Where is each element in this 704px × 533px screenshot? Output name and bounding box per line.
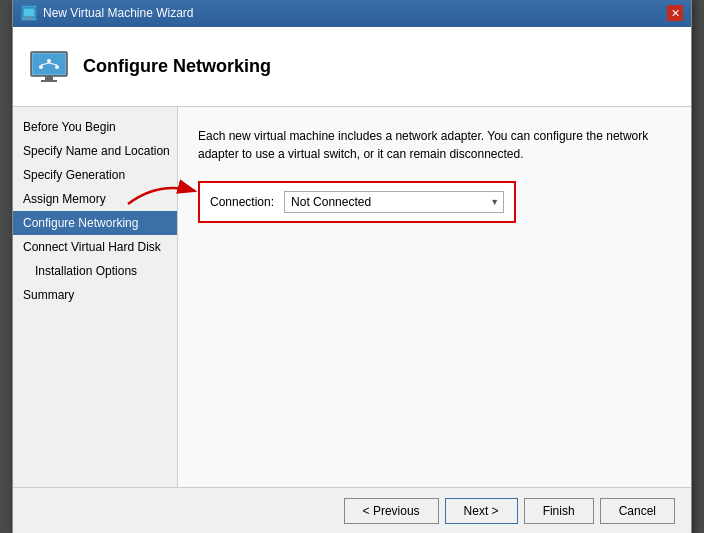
content-area: Each new virtual machine includes a netw… <box>178 107 691 487</box>
sidebar-item-configure-networking[interactable]: Configure Networking <box>13 211 177 235</box>
window-icon <box>21 5 37 21</box>
svg-rect-4 <box>33 54 65 74</box>
wizard-window: New Virtual Machine Wizard ✕ Configure N… <box>12 0 692 533</box>
connection-select[interactable]: Not Connected <box>284 191 504 213</box>
svg-point-9 <box>55 65 59 69</box>
svg-point-8 <box>39 65 43 69</box>
sidebar-item-summary[interactable]: Summary <box>13 283 177 307</box>
wizard-footer: < Previous Next > Finish Cancel <box>13 487 691 533</box>
connection-container: Connection: Not Connected <box>198 181 516 223</box>
svg-rect-6 <box>41 80 57 82</box>
previous-button[interactable]: < Previous <box>344 498 439 524</box>
header-icon <box>29 51 69 83</box>
page-title: Configure Networking <box>83 56 271 77</box>
window-title: New Virtual Machine Wizard <box>43 6 667 20</box>
svg-rect-0 <box>23 8 35 17</box>
connection-select-wrapper[interactable]: Not Connected <box>284 191 504 213</box>
sidebar-item-installation-options[interactable]: Installation Options <box>13 259 177 283</box>
svg-rect-1 <box>27 17 31 19</box>
svg-rect-5 <box>45 76 53 80</box>
close-button[interactable]: ✕ <box>667 5 683 21</box>
arrow-indicator <box>123 176 203 211</box>
sidebar: Before You Begin Specify Name and Locati… <box>13 107 178 487</box>
next-button[interactable]: Next > <box>445 498 518 524</box>
sidebar-item-connect-hard-disk[interactable]: Connect Virtual Hard Disk <box>13 235 177 259</box>
wizard-header: Configure Networking <box>13 27 691 107</box>
svg-point-7 <box>47 59 51 63</box>
cancel-button[interactable]: Cancel <box>600 498 675 524</box>
connection-label: Connection: <box>210 195 274 209</box>
finish-button[interactable]: Finish <box>524 498 594 524</box>
content-description: Each new virtual machine includes a netw… <box>198 127 671 163</box>
title-bar: New Virtual Machine Wizard ✕ <box>13 0 691 27</box>
connection-row: Connection: Not Connected <box>198 181 516 223</box>
sidebar-item-before-you-begin[interactable]: Before You Begin <box>13 115 177 139</box>
svg-rect-2 <box>25 19 33 20</box>
sidebar-item-name-location[interactable]: Specify Name and Location <box>13 139 177 163</box>
wizard-body: Before You Begin Specify Name and Locati… <box>13 107 691 487</box>
